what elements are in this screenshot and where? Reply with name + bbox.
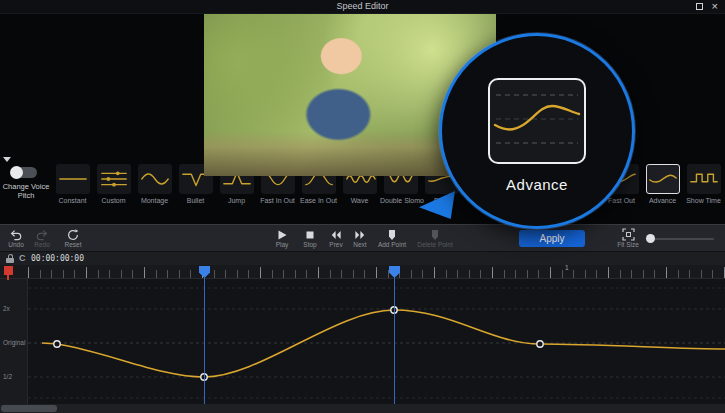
reset-button[interactable]: Reset [60, 227, 86, 248]
titlebar: Speed Editor × [0, 0, 725, 14]
keyframe-line-2 [394, 278, 395, 404]
undo-icon [4, 227, 28, 240]
reset-icon [60, 227, 86, 240]
magnifier-preset-name: Advance [442, 176, 632, 193]
preset-label: Custom [93, 197, 134, 204]
axis-label-2x: 2x [3, 305, 10, 312]
ruler-major-ticks [28, 267, 725, 278]
preset-label: Bullet [175, 197, 216, 204]
preset-label: Constant [52, 197, 93, 204]
preset-advance[interactable]: Advance [642, 164, 683, 216]
delete-point-button[interactable]: Delete Point [412, 227, 458, 248]
toolbar: Undo Redo Reset Play Stop Prev Next Add [0, 224, 725, 252]
magnifier-callout: Advance [439, 33, 635, 229]
redo-button[interactable]: Redo [30, 227, 54, 248]
curve-tool-icon[interactable]: C [19, 253, 26, 263]
toggle-knob [10, 166, 23, 179]
preset-custom[interactable]: Custom [93, 164, 134, 216]
maximize-icon[interactable] [696, 3, 703, 10]
playhead-tail [7, 275, 9, 280]
stop-button[interactable]: Stop [298, 227, 322, 248]
collapse-panel-arrow-icon[interactable] [3, 157, 11, 162]
preset-label: Ease In Out [298, 197, 339, 204]
preset-label: Wave [339, 197, 380, 204]
delete-point-icon [412, 227, 458, 240]
speed-editor-window: Speed Editor × Change Voice Pitch Consta… [0, 0, 725, 413]
play-icon [270, 227, 294, 240]
lock-icon-body [6, 258, 14, 263]
show-time-curve-icon [687, 164, 721, 194]
close-icon[interactable]: × [712, 0, 718, 13]
axis-label-half: 1/2 [3, 373, 12, 380]
add-point-button[interactable]: Add Point [374, 227, 410, 248]
keyframe-line-1 [204, 278, 205, 404]
next-button[interactable]: Next [348, 227, 372, 248]
window-title: Speed Editor [0, 1, 725, 11]
next-icon [348, 227, 372, 240]
preset-label: Show Time [683, 197, 724, 204]
preset-label: Fast In Out [257, 197, 298, 204]
preset-label: Advance [642, 197, 683, 204]
fit-size-button[interactable]: Fit Size [614, 227, 642, 248]
preset-label: Montage [134, 197, 175, 204]
preset-label: Double Slomo [380, 197, 421, 204]
preset-show-time[interactable]: Show Time [683, 164, 724, 216]
montage-curve-icon [138, 164, 172, 194]
play-button[interactable]: Play [270, 227, 294, 248]
zoom-slider-track[interactable] [650, 238, 714, 240]
axis-label-original: Original [3, 339, 25, 346]
curve-control-point-1[interactable] [54, 341, 60, 347]
preset-constant[interactable]: Constant [52, 164, 93, 216]
timecode-display: 00:00:00:00 [31, 254, 84, 263]
voice-pitch-label: Change Voice Pitch [0, 182, 52, 200]
timeline-header-row [0, 252, 725, 265]
horizontal-scrollbar-track[interactable] [0, 404, 725, 413]
prev-icon [324, 227, 348, 240]
advance-zoomed-thumbnail [488, 78, 586, 164]
voice-pitch-toggle[interactable] [11, 167, 37, 178]
playhead-marker[interactable] [4, 266, 13, 275]
add-point-icon [374, 227, 410, 240]
apply-button[interactable]: Apply [519, 230, 585, 247]
preset-label: Jump [216, 197, 257, 204]
preset-montage[interactable]: Montage [134, 164, 175, 216]
curve-control-point-4[interactable] [537, 341, 543, 347]
undo-button[interactable]: Undo [4, 227, 28, 248]
horizontal-scrollbar-thumb[interactable] [1, 405, 57, 412]
stop-icon [298, 227, 322, 240]
fit-size-icon [614, 227, 642, 240]
advance-curve-icon [646, 164, 680, 194]
speed-curve-plot [28, 278, 725, 404]
prev-button[interactable]: Prev [324, 227, 348, 248]
ruler-second-label: 1 [565, 264, 569, 271]
zoom-slider-knob[interactable] [646, 234, 655, 243]
redo-icon [30, 227, 54, 240]
custom-sliders-icon [97, 164, 131, 194]
constant-curve-icon [56, 164, 90, 194]
